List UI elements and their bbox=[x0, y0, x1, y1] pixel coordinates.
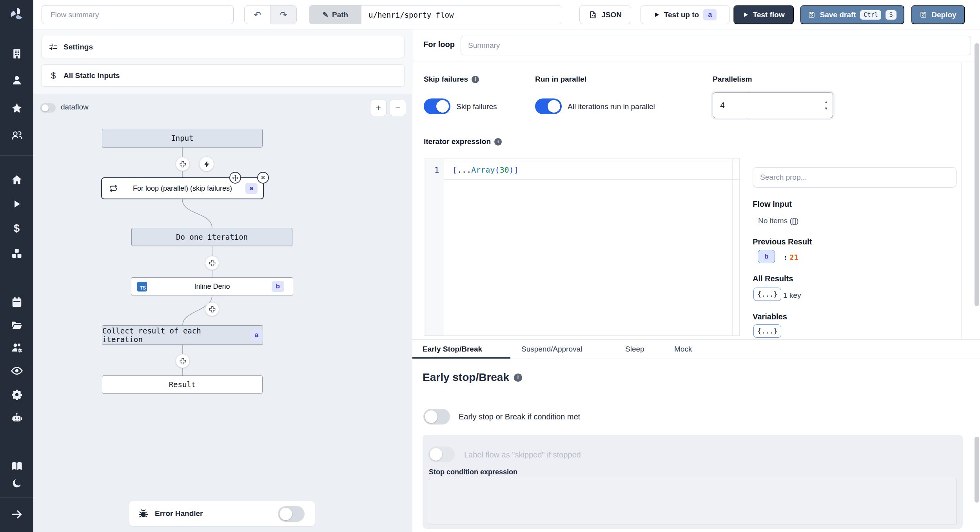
tab-suspend-approval[interactable]: Suspend/Approval bbox=[521, 340, 582, 359]
info-icon[interactable]: i bbox=[472, 76, 479, 83]
inline-deno-label: Inline Deno bbox=[194, 282, 230, 291]
inline-step-badge: b bbox=[272, 281, 284, 292]
info-icon[interactable]: i bbox=[494, 138, 502, 146]
user-icon[interactable] bbox=[7, 71, 26, 89]
add-step-button[interactable] bbox=[176, 354, 190, 368]
props-panel-divider bbox=[747, 62, 747, 338]
groups-gear-icon[interactable] bbox=[7, 338, 26, 357]
scrollbar-thumb[interactable] bbox=[975, 437, 979, 503]
flow-settings-button[interactable]: Settings bbox=[41, 36, 405, 58]
typescript-icon: TS bbox=[137, 282, 147, 292]
save-shortcut-s: S bbox=[886, 10, 896, 20]
json-button[interactable]: JSON bbox=[579, 5, 631, 24]
test-flow-button[interactable]: Test flow bbox=[733, 5, 794, 24]
parallelism-input[interactable] bbox=[720, 100, 810, 110]
windmill-logo-icon[interactable] bbox=[7, 5, 26, 24]
settings-label: Settings bbox=[64, 43, 93, 51]
search-prop-input[interactable] bbox=[753, 167, 956, 188]
code-token: [ bbox=[452, 165, 457, 175]
editor-code-line[interactable]: [...Array(30)] bbox=[452, 165, 519, 175]
stop-condition-textarea[interactable] bbox=[429, 478, 957, 525]
flow-summary-input[interactable] bbox=[42, 5, 234, 24]
move-icon bbox=[232, 175, 239, 181]
sidebar-divider bbox=[0, 497, 33, 498]
code-token: 30 bbox=[499, 165, 509, 175]
iterator-expression-label: Iterator expression i bbox=[424, 137, 502, 146]
dark-mode-moon-icon[interactable] bbox=[7, 474, 26, 493]
redo-button[interactable]: ↷ bbox=[270, 5, 297, 24]
info-icon[interactable]: i bbox=[514, 373, 522, 382]
all-results-object-badge[interactable]: {...} bbox=[753, 288, 781, 301]
save-icon bbox=[920, 11, 927, 18]
flow-input-heading: Flow Input bbox=[753, 200, 792, 209]
deploy-button[interactable]: Deploy bbox=[911, 5, 965, 24]
editor-scroll-rail bbox=[732, 159, 733, 336]
all-static-inputs-button[interactable]: $ All Static Inputs bbox=[41, 64, 405, 87]
audit-eye-icon[interactable] bbox=[7, 361, 26, 380]
expand-arrow-icon[interactable] bbox=[7, 505, 26, 524]
inline-deno-node[interactable]: TS Inline Deno b bbox=[131, 277, 293, 295]
test-up-to-button[interactable]: Test up to a bbox=[641, 5, 730, 24]
parallelism-section-label: Parallelism bbox=[713, 75, 752, 84]
sliders-icon bbox=[49, 42, 58, 52]
move-node-button[interactable] bbox=[229, 172, 241, 184]
tabbar-border bbox=[412, 359, 980, 359]
editor-gutter bbox=[424, 159, 444, 336]
step-summary-input[interactable] bbox=[461, 36, 971, 55]
error-handler-toggle[interactable] bbox=[278, 506, 305, 522]
tab-sleep[interactable]: Sleep bbox=[625, 340, 644, 359]
resources-cubes-icon[interactable] bbox=[7, 244, 26, 263]
undo-button[interactable]: ↶ bbox=[245, 5, 270, 24]
variables-dollar-icon[interactable]: $ bbox=[7, 219, 26, 238]
flow-graph-panel: Settings $ All Static Inputs dataflow + … bbox=[33, 29, 412, 532]
label-skipped-toggle[interactable] bbox=[428, 446, 455, 462]
early-stop-toggle[interactable] bbox=[423, 409, 450, 425]
graph-edges bbox=[33, 94, 412, 532]
tab-mock[interactable]: Mock bbox=[674, 340, 692, 359]
path-input[interactable] bbox=[361, 5, 562, 24]
users-icon[interactable] bbox=[7, 126, 26, 144]
save-draft-button[interactable]: Save draft Ctrl S bbox=[800, 5, 904, 24]
do-one-iteration-node[interactable]: Do one iteration bbox=[131, 228, 292, 246]
do-one-iteration-label: Do one iteration bbox=[176, 233, 248, 241]
input-node[interactable]: Input bbox=[102, 129, 263, 148]
trigger-bolt-button[interactable] bbox=[199, 157, 214, 171]
run-parallel-toggle[interactable] bbox=[535, 98, 562, 114]
variables-object-badge[interactable]: {...} bbox=[753, 324, 781, 338]
collect-result-node[interactable]: Collect result of each iteration a bbox=[102, 325, 263, 345]
home-icon[interactable] bbox=[7, 170, 26, 189]
scrollbar-thumb[interactable] bbox=[975, 43, 979, 306]
variables-heading: Variables bbox=[753, 312, 787, 321]
save-draft-label: Save draft bbox=[820, 11, 856, 19]
schedules-calendar-icon[interactable] bbox=[7, 293, 26, 312]
workspace-building-icon[interactable] bbox=[7, 44, 26, 63]
tab-early-stop-break[interactable]: Early Stop/Break bbox=[423, 340, 482, 359]
path-edit-button[interactable]: ✎ Path bbox=[309, 5, 361, 24]
spinner-down-icon[interactable]: ▼ bbox=[824, 106, 829, 111]
spinner-up-icon[interactable]: ▲ bbox=[824, 100, 829, 104]
add-step-button[interactable] bbox=[205, 302, 219, 316]
add-step-button[interactable] bbox=[176, 157, 190, 171]
folders-icon[interactable] bbox=[7, 316, 26, 335]
parallelism-input-wrap: ▲ ▼ bbox=[713, 92, 833, 118]
previous-result-heading: Previous Result bbox=[753, 237, 812, 246]
settings-gear-icon[interactable] bbox=[7, 385, 26, 404]
error-handler-card[interactable]: Error Handler bbox=[129, 501, 315, 527]
iterator-code-editor[interactable]: 1 [...Array(30)] bbox=[424, 159, 740, 336]
code-token: ] bbox=[514, 165, 519, 175]
early-stop-toggle-label: Early stop or Break if condition met bbox=[459, 412, 580, 421]
result-node[interactable]: Result bbox=[102, 375, 263, 394]
add-step-button[interactable] bbox=[205, 256, 219, 270]
docs-book-icon[interactable] bbox=[7, 457, 26, 476]
favorites-star-icon[interactable] bbox=[7, 99, 26, 118]
pencil-icon: ✎ bbox=[323, 11, 328, 19]
ai-robot-icon[interactable] bbox=[7, 408, 26, 427]
delete-node-button[interactable]: × bbox=[257, 172, 269, 184]
path-label: Path bbox=[332, 11, 348, 19]
forloop-node-label: For loop (parallel) (skip failures) bbox=[133, 184, 232, 193]
early-stop-heading: Early stop/Break i bbox=[423, 371, 522, 384]
runs-play-icon[interactable] bbox=[7, 195, 26, 213]
skip-failures-toggle[interactable] bbox=[424, 98, 450, 114]
previous-result-key-badge[interactable]: b bbox=[758, 250, 775, 263]
flow-graph-canvas[interactable]: dataflow + − Input bbox=[33, 94, 412, 532]
